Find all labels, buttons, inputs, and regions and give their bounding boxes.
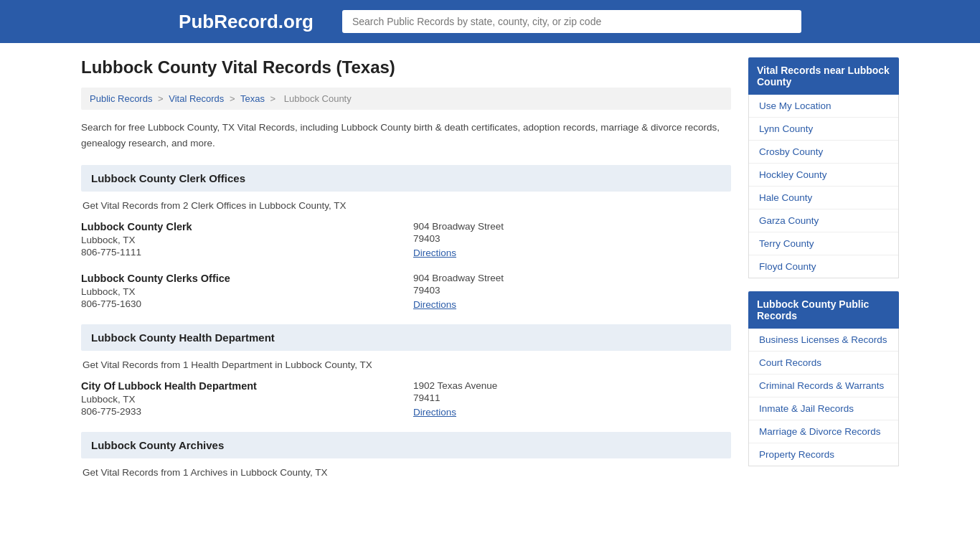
sidebar-item-garza-county[interactable]: Garza County bbox=[749, 209, 898, 232]
section-health-dept-header: Lubbock County Health Department bbox=[81, 324, 731, 351]
record-city-lubbock-health-dept: City Of Lubbock Health Department Lubboc… bbox=[81, 380, 731, 418]
header: PubRecord.org bbox=[0, 0, 980, 43]
sidebar-item-terry-county[interactable]: Terry County bbox=[749, 232, 898, 255]
sidebar-item-criminal-records[interactable]: Criminal Records & Warrants bbox=[749, 375, 898, 397]
breadcrumb-texas[interactable]: Texas bbox=[240, 93, 265, 104]
sidebar-item-court-records[interactable]: Court Records bbox=[749, 352, 898, 375]
record-phone: 806-775-2933 bbox=[81, 406, 399, 417]
sidebar-item-use-location[interactable]: Use My Location bbox=[749, 95, 898, 118]
record-zip: 79403 bbox=[413, 285, 731, 296]
page-title: Lubbock County Vital Records (Texas) bbox=[81, 57, 731, 77]
sidebar-item-crosby-county[interactable]: Crosby County bbox=[749, 141, 898, 164]
section-archives-header: Lubbock County Archives bbox=[81, 432, 731, 458]
record-phone: 806-775-1630 bbox=[81, 298, 399, 309]
breadcrumb-vital-records[interactable]: Vital Records bbox=[169, 93, 224, 104]
record-city: Lubbock, TX bbox=[81, 235, 399, 245]
breadcrumb-public-records[interactable]: Public Records bbox=[90, 93, 152, 104]
intro-text: Search for free Lubbock County, TX Vital… bbox=[81, 120, 731, 151]
record-address: 904 Broadway Street bbox=[413, 221, 731, 232]
sidebar-nearby-header: Vital Records near Lubbock County bbox=[748, 57, 899, 95]
sidebar-item-hockley-county[interactable]: Hockley County bbox=[749, 164, 898, 187]
record-zip: 79411 bbox=[413, 392, 731, 403]
directions-link[interactable]: Directions bbox=[413, 248, 456, 258]
section-clerk-offices-header: Lubbock County Clerk Offices bbox=[81, 165, 731, 192]
sidebar-public-records-header: Lubbock County Public Records bbox=[748, 291, 899, 329]
sidebar-item-business-licenses[interactable]: Business Licenses & Records bbox=[749, 329, 898, 352]
sidebar-item-lynn-county[interactable]: Lynn County bbox=[749, 118, 898, 141]
sidebar-public-records-list: Business Licenses & Records Court Record… bbox=[748, 329, 899, 466]
section-archives-desc: Get Vital Records from 1 Archives in Lub… bbox=[81, 467, 731, 478]
sidebar-item-marriage-divorce[interactable]: Marriage & Divorce Records bbox=[749, 420, 898, 443]
breadcrumb-current: Lubbock County bbox=[284, 93, 352, 104]
record-address: 1902 Texas Avenue bbox=[413, 380, 731, 391]
sidebar-item-inmate-jail[interactable]: Inmate & Jail Records bbox=[749, 397, 898, 420]
directions-link[interactable]: Directions bbox=[413, 407, 456, 418]
search-input[interactable] bbox=[342, 10, 801, 33]
content-wrapper: Lubbock County Vital Records (Texas) Pub… bbox=[67, 43, 913, 502]
directions-link[interactable]: Directions bbox=[413, 299, 456, 310]
sidebar-item-hale-county[interactable]: Hale County bbox=[749, 187, 898, 209]
record-city: Lubbock, TX bbox=[81, 286, 399, 297]
main-content: Lubbock County Vital Records (Texas) Pub… bbox=[81, 57, 731, 488]
sidebar: Vital Records near Lubbock County Use My… bbox=[748, 57, 899, 488]
record-lubbock-county-clerk: Lubbock County Clerk Lubbock, TX 806-775… bbox=[81, 221, 731, 258]
record-phone: 806-775-1111 bbox=[81, 247, 399, 258]
record-city: Lubbock, TX bbox=[81, 394, 399, 405]
record-name: Lubbock County Clerk bbox=[81, 221, 399, 232]
section-health-dept-desc: Get Vital Records from 1 Health Departme… bbox=[81, 359, 731, 370]
record-name: City Of Lubbock Health Department bbox=[81, 380, 399, 392]
sidebar-item-property-records[interactable]: Property Records bbox=[749, 443, 898, 466]
record-name: Lubbock County Clerks Office bbox=[81, 273, 399, 284]
sidebar-item-floyd-county[interactable]: Floyd County bbox=[749, 255, 898, 278]
record-zip: 79403 bbox=[413, 233, 731, 244]
sidebar-nearby-list: Use My Location Lynn County Crosby Count… bbox=[748, 95, 899, 278]
section-clerk-offices-desc: Get Vital Records from 2 Clerk Offices i… bbox=[81, 200, 731, 211]
breadcrumb: Public Records > Vital Records > Texas >… bbox=[81, 88, 731, 110]
record-address: 904 Broadway Street bbox=[413, 273, 731, 283]
record-lubbock-county-clerks-office: Lubbock County Clerks Office Lubbock, TX… bbox=[81, 273, 731, 310]
site-logo[interactable]: PubRecord.org bbox=[179, 11, 314, 33]
